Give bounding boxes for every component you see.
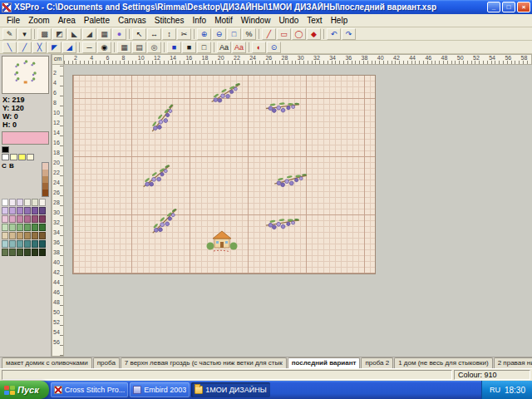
zoom-in-tool[interactable]: ⊕: [197, 28, 211, 40]
line-tool[interactable]: ╱: [262, 28, 276, 40]
text-color-tool[interactable]: Aa: [232, 42, 246, 53]
mirror-horizontal-tool[interactable]: ↔: [147, 28, 161, 40]
palette-swatch[interactable]: [17, 240, 23, 248]
tab-3[interactable]: 7 верхн левая гроздь (с частью ниж ветки…: [121, 357, 287, 368]
pencil-dropdown[interactable]: ▾: [17, 28, 32, 40]
design-canvas[interactable]: [64, 65, 532, 357]
minimize-button[interactable]: _: [487, 2, 500, 12]
palette-swatch[interactable]: [9, 249, 16, 256]
close-button[interactable]: ×: [517, 2, 530, 12]
palette-swatch[interactable]: [39, 240, 46, 248]
select-arrow-tool[interactable]: ↖: [132, 28, 146, 40]
palette-swatch[interactable]: [17, 199, 23, 206]
palette-swatch[interactable]: [2, 199, 8, 206]
palette-swatch[interactable]: [39, 207, 46, 214]
palette-swatch[interactable]: [32, 249, 38, 256]
quarter-left-tool[interactable]: ◤: [47, 42, 62, 53]
backstitch-mode-tool[interactable]: ─: [82, 42, 96, 53]
palette-swatch[interactable]: [24, 199, 31, 206]
three-quarter-stitch-tool[interactable]: ◩: [52, 28, 66, 40]
palette-swatch[interactable]: [9, 224, 16, 231]
palette-swatch[interactable]: [24, 240, 31, 248]
palette-swatch[interactable]: [17, 224, 23, 231]
half-stitch-right-tool[interactable]: ╱: [17, 42, 32, 53]
tab-7[interactable]: 2 правая ниж гр...: [494, 357, 532, 368]
mirror-vertical-tool[interactable]: ↕: [162, 28, 176, 40]
menu-undo[interactable]: Undo: [274, 15, 303, 26]
tab-6[interactable]: 1 дом (не весь для стыковки): [394, 357, 493, 368]
ellipse-tool[interactable]: ◯: [292, 28, 306, 40]
language-indicator[interactable]: RU: [490, 386, 500, 394]
tab-4[interactable]: последний вариант: [288, 357, 361, 368]
menu-help[interactable]: Help: [327, 15, 352, 26]
petit-point-tool[interactable]: ▦: [97, 28, 111, 40]
outline-swatch-tool[interactable]: □: [197, 42, 211, 53]
rectangle-tool[interactable]: ▭: [277, 28, 291, 40]
taskbar-app-1[interactable]: Cross Stitch Pro...: [51, 382, 129, 397]
palette-half-circle-tool[interactable]: ◐: [252, 42, 266, 53]
palette-swatch[interactable]: [17, 249, 23, 256]
palette-swatch[interactable]: [39, 232, 46, 239]
palette-swatch[interactable]: [9, 240, 16, 248]
palette-swatch[interactable]: [39, 249, 46, 256]
palette-swatch[interactable]: [2, 224, 8, 231]
quarter-right-tool[interactable]: ◢: [62, 42, 76, 53]
taskbar-app-2[interactable]: Embird 2003: [130, 382, 190, 397]
center-view-button[interactable]: ◎: [147, 42, 161, 53]
palette-swatch[interactable]: [18, 154, 26, 160]
redo-button[interactable]: ↷: [342, 28, 356, 40]
palette-swatch[interactable]: [32, 199, 38, 206]
palette-swatch[interactable]: [2, 154, 9, 160]
menu-palette[interactable]: Palette: [80, 15, 114, 26]
half-stitch-tool[interactable]: ◣: [67, 28, 81, 40]
quarter-stitch-tool[interactable]: ◢: [82, 28, 96, 40]
bead-tool[interactable]: ●: [112, 28, 126, 40]
scissors-tool[interactable]: ✂: [177, 28, 191, 40]
undo-button[interactable]: ↶: [327, 28, 341, 40]
palette-swatch[interactable]: [2, 146, 9, 153]
grid-lines-toggle[interactable]: ▤: [132, 42, 146, 53]
tab-5[interactable]: проба 2: [361, 357, 393, 368]
palette-swatch[interactable]: [32, 215, 38, 223]
palette-swatch[interactable]: [27, 154, 34, 160]
design-preview[interactable]: [2, 56, 49, 94]
thread-shade-strip[interactable]: [42, 162, 49, 197]
palette-swatch[interactable]: [24, 224, 31, 231]
cross-stitch-tool[interactable]: ╳: [32, 42, 47, 53]
text-tool[interactable]: Aa: [217, 42, 231, 53]
palette-swatch[interactable]: [10, 154, 17, 160]
taskbar-app-3[interactable]: 1МОИ ДИЗАЙНЫ: [191, 382, 269, 397]
menu-motif[interactable]: Motif: [210, 15, 237, 26]
palette-swatch[interactable]: [17, 232, 23, 239]
color-picker-tool[interactable]: ⊙: [267, 42, 281, 53]
menu-info[interactable]: Info: [188, 15, 210, 26]
menu-zoom[interactable]: Zoom: [24, 15, 54, 26]
palette-swatch[interactable]: [17, 207, 23, 214]
blue-swatch-tool[interactable]: ■: [167, 42, 181, 53]
palette-swatch[interactable]: [9, 207, 16, 214]
zoom-area-tool[interactable]: □: [227, 28, 241, 40]
palette-swatch[interactable]: [39, 224, 46, 231]
palette-swatch[interactable]: [9, 199, 16, 206]
maximize-button[interactable]: □: [502, 2, 515, 12]
tab-1[interactable]: макет домик с оливочками: [2, 357, 92, 368]
palette-swatch[interactable]: [17, 215, 23, 223]
pencil-tool[interactable]: ✎: [2, 28, 17, 40]
selected-color-swatch[interactable]: [2, 131, 49, 145]
palette-swatch[interactable]: [24, 215, 31, 223]
palette-swatch[interactable]: [9, 215, 16, 223]
full-stitch-tool[interactable]: ▩: [37, 28, 52, 40]
palette-swatch[interactable]: [2, 249, 8, 256]
menu-area[interactable]: Area: [54, 15, 80, 26]
palette-swatch[interactable]: [39, 199, 46, 206]
fill-tool[interactable]: ◆: [307, 28, 321, 40]
zoom-percent-tool[interactable]: %: [242, 28, 256, 40]
palette-swatch[interactable]: [2, 232, 8, 239]
menu-stitches[interactable]: Stitches: [150, 15, 189, 26]
palette-swatch[interactable]: [32, 207, 38, 214]
palette-swatch[interactable]: [32, 224, 38, 231]
black-swatch-tool[interactable]: ■: [182, 42, 196, 53]
palette-swatch[interactable]: [2, 207, 8, 214]
palette-swatch[interactable]: [2, 240, 8, 248]
palette-swatch[interactable]: [32, 240, 38, 248]
